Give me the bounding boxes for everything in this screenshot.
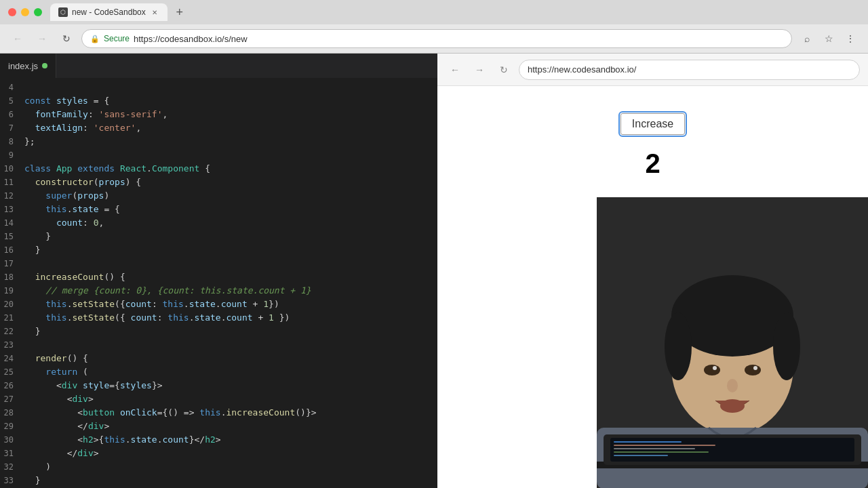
person-webcam: [597, 197, 868, 488]
address-bar[interactable]: 🔒 Secure https://codesandbox.io/s/new: [81, 29, 792, 48]
webcam-overlay: [597, 197, 868, 488]
close-button[interactable]: [8, 8, 16, 16]
maximize-button[interactable]: [34, 8, 42, 16]
secure-label: Secure: [104, 34, 130, 43]
unsaved-indicator: [42, 63, 47, 68]
code-line: 9: [0, 148, 437, 162]
svg-point-8: [704, 365, 720, 375]
code-line: 28 <button onClick={() => this.increaseC…: [0, 406, 437, 420]
code-line: 14 count: 0,: [0, 216, 437, 230]
lock-icon: 🔒: [90, 35, 100, 43]
preview-back-button[interactable]: ←: [446, 60, 465, 79]
code-line: 15 }: [0, 230, 437, 243]
preview-forward-button[interactable]: →: [470, 60, 489, 79]
svg-rect-22: [614, 448, 695, 449]
svg-point-10: [713, 366, 717, 370]
address-bar-row: ← → ↻ 🔒 Secure https://codesandbox.io/s/…: [0, 24, 868, 53]
refresh-button[interactable]: ↻: [57, 29, 76, 48]
code-line: 27 <div>: [0, 392, 437, 406]
code-line: 20 this.setState({count: this.state.coun…: [0, 298, 437, 311]
title-bar: ⬡ new - CodeSandbox ✕ +: [0, 0, 868, 24]
minimize-button[interactable]: [21, 8, 29, 16]
code-line: 16 }: [0, 243, 437, 257]
more-options-icon[interactable]: ⋮: [841, 29, 860, 48]
code-line: 8 };: [0, 135, 437, 148]
url-display: https://codesandbox.io/s/new: [134, 34, 248, 44]
code-area: 4 5 const styles = { 6 fontFamily: 'sans…: [0, 78, 437, 488]
code-line: 32 ): [0, 460, 437, 474]
back-button[interactable]: ←: [8, 29, 27, 48]
svg-rect-23: [614, 451, 709, 453]
preview-url: https://new.codesandbox.io/: [528, 64, 636, 75]
svg-point-7: [773, 312, 800, 380]
tab-bar: ⬡ new - CodeSandbox ✕ +: [50, 3, 189, 22]
svg-point-6: [665, 312, 692, 380]
preview-pane: ← → ↻ https://new.codesandbox.io/ Increa…: [437, 54, 868, 488]
code-line: 24 render() {: [0, 352, 437, 365]
code-line: 30 <h2>{this.state.count}</h2>: [0, 433, 437, 447]
code-line: 17: [0, 257, 437, 270]
tab-favicon: ⬡: [58, 7, 68, 17]
window-controls: [8, 8, 42, 16]
bookmark-icon[interactable]: ☆: [819, 29, 838, 48]
code-line: 5 const styles = {: [0, 94, 437, 108]
svg-rect-20: [614, 441, 682, 443]
code-line: 25 return (: [0, 365, 437, 379]
svg-rect-24: [614, 455, 668, 456]
code-line: 29 </div>: [0, 420, 437, 433]
code-line: 4: [0, 81, 437, 94]
tab-title: new - CodeSandbox: [72, 7, 146, 17]
code-line: 23: [0, 338, 437, 352]
code-line: 7 textAlign: 'center',: [0, 121, 437, 135]
code-line: 33 }: [0, 474, 437, 487]
code-line: 10 class App extends React.Component {: [0, 162, 437, 176]
new-tab-button[interactable]: +: [170, 3, 189, 22]
preview-refresh-button[interactable]: ↻: [494, 60, 513, 79]
code-line: 31 </div>: [0, 447, 437, 460]
code-line: 18 increaseCount() {: [0, 270, 437, 284]
svg-rect-21: [614, 445, 715, 446]
active-tab[interactable]: ⬡ new - CodeSandbox ✕: [50, 3, 167, 21]
code-line: 13 this.state = {: [0, 203, 437, 216]
code-line: 6 fontFamily: 'sans-serif',: [0, 108, 437, 121]
svg-point-12: [727, 379, 738, 392]
search-icon[interactable]: ⌕: [797, 29, 816, 48]
editor-tab-bar: index.js: [0, 54, 437, 78]
code-line: 12 super(props): [0, 189, 437, 203]
editor-tab-index-js[interactable]: index.js: [0, 54, 56, 78]
code-line: 11 constructor(props) {: [0, 176, 437, 189]
code-line: 19 // merge {count: 0}, {count: this.sta…: [0, 284, 437, 298]
forward-button[interactable]: →: [33, 29, 52, 48]
svg-point-11: [753, 366, 757, 370]
code-line: 22 }: [0, 325, 437, 338]
toolbar-icons: ⌕ ☆ ⋮: [797, 29, 860, 48]
count-display: 2: [645, 148, 660, 179]
editor-filename: index.js: [8, 61, 38, 71]
main-content: index.js 4 5 const styles = { 6 fontFami…: [0, 54, 868, 488]
increase-button[interactable]: Increase: [620, 113, 685, 135]
code-line: 21 this.setState({ count: this.state.cou…: [0, 311, 437, 325]
preview-browser-bar: ← → ↻ https://new.codesandbox.io/: [437, 54, 868, 86]
preview-content: Increase 2: [437, 86, 868, 488]
svg-point-13: [720, 399, 745, 413]
editor-pane: index.js 4 5 const styles = { 6 fontFami…: [0, 54, 437, 488]
preview-address-bar[interactable]: https://new.codesandbox.io/: [519, 60, 860, 80]
tab-close-icon[interactable]: ✕: [150, 7, 159, 17]
browser-chrome: ⬡ new - CodeSandbox ✕ + ← → ↻ 🔒 Secure h…: [0, 0, 868, 54]
code-line: 26 <div style={styles}>: [0, 379, 437, 392]
svg-point-9: [745, 365, 761, 375]
